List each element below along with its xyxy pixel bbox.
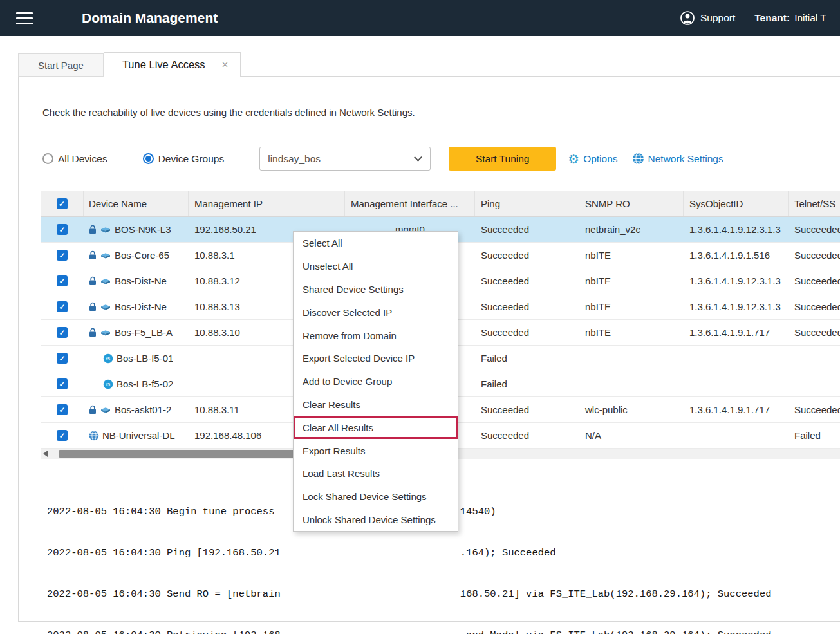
- ping-status: Succeeded: [475, 320, 579, 345]
- device-name: Bos-Dist-Ne: [115, 275, 167, 286]
- sysobjectid: 1.3.6.1.4.1.9.1.717: [684, 397, 789, 422]
- snmp-ro: [579, 371, 684, 396]
- column-header-snmp-ro[interactable]: SNMP RO: [579, 191, 684, 216]
- lock-icon: [89, 276, 97, 286]
- device-icon: [100, 303, 111, 311]
- radio-all-devices[interactable]: All Devices: [42, 153, 107, 165]
- menu-item-unselect-all[interactable]: Unselect All: [294, 255, 458, 278]
- telnet-status: Succeeded: [789, 320, 840, 345]
- lock-icon: [89, 328, 97, 337]
- menu-item-lock-shared-device-settings[interactable]: Lock Shared Device Settings: [294, 485, 458, 508]
- telnet-status: Failed: [789, 423, 840, 448]
- f5-device-icon: [103, 353, 113, 364]
- log-line: 2022-08-05 16:04:30 Retrieving [192.168 …: [47, 629, 771, 634]
- device-name: BOS-N9K-L3: [115, 224, 171, 235]
- ping-status: Failed: [475, 346, 579, 371]
- sysobjectid: 1.3.6.1.4.1.9.12.3.1.3: [684, 217, 789, 242]
- row-checkbox[interactable]: [57, 353, 68, 364]
- menu-item-shared-device-settings[interactable]: Shared Device Settings: [294, 278, 458, 301]
- context-menu: Select All Unselect All Shared Device Se…: [293, 231, 458, 532]
- device-icon: [100, 277, 111, 285]
- menu-item-clear-all-results[interactable]: Clear All Results: [294, 416, 458, 439]
- menu-item-select-all[interactable]: Select All: [294, 232, 458, 255]
- row-checkbox[interactable]: [57, 301, 68, 312]
- row-checkbox[interactable]: [57, 275, 68, 286]
- support-icon[interactable]: [680, 10, 695, 26]
- row-checkbox[interactable]: [57, 250, 68, 261]
- tab-tune-live-access-label: Tune Live Access: [122, 59, 205, 71]
- start-tuning-button[interactable]: Start Tuning: [449, 147, 556, 171]
- tab-start-page[interactable]: Start Page: [18, 53, 104, 77]
- lock-icon: [89, 405, 97, 415]
- device-name: Bos-askt01-2: [115, 404, 171, 415]
- log-line: 2022-08-05 16:04:30 Ping [192.168.50.21 …: [47, 546, 771, 560]
- table-header-row: Device Name Management IP Management Int…: [41, 191, 840, 217]
- ping-status: Failed: [475, 371, 579, 396]
- lock-icon: [89, 302, 97, 312]
- column-header-management-ip[interactable]: Management IP: [189, 191, 345, 216]
- radio-device-groups[interactable]: Device Groups: [143, 153, 225, 165]
- telnet-status: Succeeded: [789, 243, 840, 268]
- select-all-checkbox[interactable]: [57, 198, 68, 209]
- hamburger-menu-button[interactable]: [16, 12, 33, 24]
- device-group-select-value: lindsay_bos: [268, 153, 321, 165]
- close-tab-icon[interactable]: ×: [222, 59, 229, 70]
- device-name: Bos-F5_LB-A: [115, 327, 173, 338]
- device-group-select[interactable]: lindsay_bos: [259, 147, 431, 171]
- ping-status: Succeeded: [475, 243, 579, 268]
- column-header-ping[interactable]: Ping: [475, 191, 579, 216]
- snmp-ro: wlc-public: [579, 397, 684, 422]
- menu-item-export-results[interactable]: Export Results: [294, 439, 458, 462]
- device-name: NB-Universal-DL: [102, 430, 175, 441]
- chevron-down-icon: [414, 153, 422, 162]
- column-header-management-interface[interactable]: Management Interface ...: [345, 191, 475, 216]
- snmp-ro: netbrain_v2c: [579, 217, 684, 242]
- column-header-telnet-ssh[interactable]: Telnet/SS: [789, 191, 840, 216]
- globe-icon: [632, 153, 644, 165]
- device-name: Bos-Core-65: [115, 250, 169, 261]
- snmp-ro: [579, 346, 684, 371]
- menu-item-clear-results[interactable]: Clear Results: [294, 393, 458, 416]
- sysobjectid: 1.3.6.1.4.1.9.1.516: [684, 243, 789, 268]
- scroll-left-arrow-icon[interactable]: [43, 451, 48, 457]
- snmp-ro: N/A: [579, 423, 684, 448]
- radio-circle-selected: [143, 153, 154, 164]
- options-label: Options: [583, 153, 617, 165]
- ping-status: Succeeded: [475, 423, 579, 448]
- tab-tune-live-access[interactable]: Tune Live Access ×: [104, 52, 241, 77]
- tenant-value: Initial T: [794, 12, 826, 24]
- telnet-status: Succeeded: [789, 397, 840, 422]
- device-icon: [100, 328, 111, 337]
- menu-item-add-to-device-group[interactable]: Add to Device Group: [294, 370, 458, 393]
- row-checkbox[interactable]: [57, 224, 68, 235]
- menu-item-discover-selected-ip[interactable]: Discover Selected IP: [294, 301, 458, 324]
- snmp-ro: nbITE: [579, 243, 684, 268]
- device-icon: [100, 406, 111, 414]
- menu-item-remove-from-domain[interactable]: Remove from Domain: [294, 324, 458, 347]
- tab-bar: Start Page Tune Live Access ×: [18, 52, 241, 77]
- sysobjectid: [684, 371, 789, 396]
- menu-item-export-selected-device-ip[interactable]: Export Selected Device IP: [294, 347, 458, 370]
- radio-device-groups-label: Device Groups: [158, 153, 225, 165]
- column-header-device-name[interactable]: Device Name: [84, 191, 189, 216]
- column-header-sysobjectid[interactable]: SysObjectID: [684, 191, 789, 216]
- network-settings-button[interactable]: Network Settings: [632, 153, 723, 165]
- row-checkbox[interactable]: [57, 327, 68, 338]
- menu-item-unlock-shared-device-settings[interactable]: Unlock Shared Device Settings: [294, 508, 458, 532]
- telnet-status: Succeeded: [789, 268, 840, 294]
- ping-status: Succeeded: [475, 397, 579, 422]
- row-checkbox[interactable]: [57, 378, 68, 389]
- options-button[interactable]: ⚙ Options: [568, 153, 617, 165]
- scrollbar-thumb[interactable]: [59, 450, 294, 458]
- menu-item-load-last-results[interactable]: Load Last Results: [294, 462, 458, 485]
- device-name: Bos-LB-f5-01: [117, 353, 173, 364]
- page-title: Domain Management: [82, 10, 218, 26]
- support-link[interactable]: Support: [700, 12, 735, 24]
- telnet-status: Succeeded: [789, 217, 840, 242]
- row-checkbox[interactable]: [57, 430, 68, 441]
- row-checkbox[interactable]: [57, 404, 68, 415]
- telnet-status: [789, 371, 840, 396]
- device-icon: [100, 225, 111, 234]
- f5-device-icon: [103, 379, 113, 389]
- log-line: 2022-08-05 16:04:30 Send RO = [netbrain …: [47, 588, 771, 601]
